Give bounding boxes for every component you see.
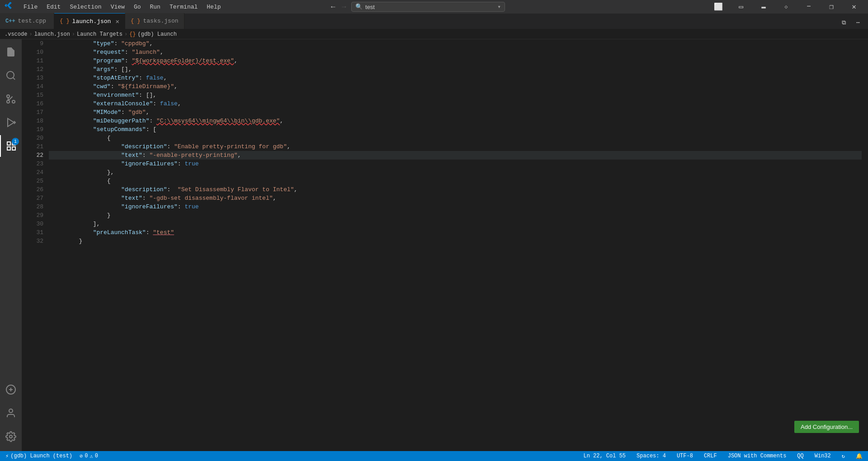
line-number: 21 [22, 142, 43, 151]
remote-status-icon: ⚡ [5, 453, 9, 460]
cursor-position-item[interactable]: Ln 22, Col 55 [581, 451, 627, 461]
svg-point-10 [9, 409, 13, 413]
breadcrumb-brace-icon[interactable]: {} [129, 31, 136, 38]
tab-label: test.cpp [18, 18, 46, 24]
activity-search[interactable] [0, 65, 22, 86]
line-number: 18 [22, 117, 43, 125]
maximize-btn[interactable]: ❐ [821, 0, 842, 14]
tab-launch-json[interactable]: { } launch.json ✕ [54, 13, 125, 29]
menu-view[interactable]: View [107, 3, 128, 11]
search-icon [5, 70, 16, 81]
bell-btn[interactable]: 🔔 [854, 451, 864, 461]
encoding-item[interactable]: UTF-8 [675, 451, 695, 461]
line-number: 25 [22, 177, 43, 185]
tab-tasks-json[interactable]: { } tasks.json [125, 13, 184, 29]
errors-status-item[interactable]: ⊘ 0 ⚠ 0 [78, 451, 100, 461]
menu-file[interactable]: File [20, 3, 41, 11]
search-input[interactable] [365, 4, 478, 10]
nav-back-btn[interactable]: ← [330, 3, 337, 11]
code-line: "description": "Enable pretty-printing f… [49, 142, 862, 151]
global-search-bar[interactable]: 🔍 ▾ [351, 2, 505, 12]
panel-toggle-btn[interactable]: ▬ [753, 0, 774, 14]
code-area[interactable]: "type": "cppdbg", "request": "launch", "… [49, 39, 862, 451]
add-configuration-button[interactable]: Add Configuration... [794, 421, 859, 433]
line-number: 24 [22, 168, 43, 177]
svg-rect-9 [7, 147, 10, 150]
warning-icon: ⚠ [90, 453, 93, 460]
code-line: "ignoreFailures": true [49, 202, 862, 211]
menu-go[interactable]: Go [130, 3, 145, 11]
editor-area: 9101112131415161718192021222324252627282… [22, 39, 868, 451]
spaces-item[interactable]: Spaces: 4 [635, 451, 668, 461]
error-count: 0 [85, 453, 88, 459]
layout-toggle-btn[interactable]: ⬜ [708, 0, 729, 14]
line-ending-item[interactable]: CRLF [702, 451, 719, 461]
breadcrumb-vscode[interactable]: .vscode [5, 31, 27, 38]
code-line: "description": "Set Disassembly Flavor t… [49, 185, 862, 194]
activity-explorer[interactable] [0, 41, 22, 63]
line-number: 27 [22, 194, 43, 202]
tasks-json-icon: { } [131, 18, 141, 24]
debug-branch-label: (gdb) Launch (test) [10, 453, 72, 459]
code-line: "MIMode": "gdb", [49, 108, 862, 117]
menu-run[interactable]: Run [146, 3, 164, 11]
breadcrumb: .vscode › launch.json › Launch Targets ›… [0, 29, 868, 39]
code-line: { [49, 134, 862, 142]
more-tabs-btn[interactable]: ⋯ [852, 16, 864, 29]
language-item[interactable]: JSON with Comments [726, 451, 788, 461]
menu-edit[interactable]: Edit [43, 3, 64, 11]
status-bar: ⚡ (gdb) Launch (test) ⊘ 0 ⚠ 0 Ln 22, Col… [0, 451, 868, 461]
code-line: "stopAtEntry": false, [49, 74, 862, 82]
menu-terminal[interactable]: Terminal [166, 3, 201, 11]
status-bar-left: ⚡ (gdb) Launch (test) ⊘ 0 ⚠ 0 [4, 451, 100, 461]
tab-label-tasks: tasks.json [143, 18, 178, 24]
svg-rect-8 [12, 147, 15, 150]
settings-icon [5, 431, 16, 442]
close-btn[interactable]: ✕ [844, 0, 864, 14]
line-number: 12 [22, 65, 43, 74]
svg-point-4 [7, 100, 9, 103]
activity-source-control[interactable] [0, 88, 22, 110]
split-editor-btn[interactable]: ▭ [731, 0, 751, 14]
status-bar-right: Ln 22, Col 55 Spaces: 4 UTF-8 CRLF JSON … [581, 451, 864, 461]
line-number: 31 [22, 228, 43, 237]
line-number: 26 [22, 185, 43, 194]
activity-run-debug[interactable] [0, 112, 22, 133]
editor-scrollbar[interactable] [862, 39, 868, 451]
platform-item[interactable]: Win32 [813, 451, 833, 461]
feedback-item[interactable]: QQ [795, 451, 805, 461]
editor-content[interactable]: 9101112131415161718192021222324252627282… [22, 39, 868, 451]
nav-forward-btn[interactable]: → [340, 3, 348, 11]
code-line: "text": "-gdb-set disassembly-flavor int… [49, 194, 862, 202]
code-line: "cwd": "${fileDirname}", [49, 82, 862, 91]
activity-extensions[interactable]: 1 [0, 135, 22, 157]
sync-icon: ↻ [842, 453, 845, 460]
activity-bar-bottom [0, 379, 22, 447]
line-ending-label: CRLF [704, 453, 717, 459]
breadcrumb-gdb-launch[interactable]: (gdb) Launch [137, 31, 176, 38]
tab-test-cpp[interactable]: C++ test.cpp [0, 13, 54, 29]
breadcrumb-launch-json[interactable]: launch.json [34, 31, 70, 38]
activity-accounts[interactable] [0, 402, 22, 424]
tab-close-btn[interactable]: ✕ [115, 18, 119, 25]
activity-settings[interactable] [0, 426, 22, 447]
activity-remote[interactable] [0, 379, 22, 400]
minimize-btn[interactable]: − [798, 0, 819, 14]
menu-selection[interactable]: Selection [66, 3, 105, 11]
menu-help[interactable]: Help [203, 3, 224, 11]
debug-status-item[interactable]: ⚡ (gdb) Launch (test) [4, 451, 74, 461]
line-number: 14 [22, 82, 43, 91]
code-line: "args": [], [49, 65, 862, 74]
search-dropdown-icon[interactable]: ▾ [497, 3, 501, 10]
warning-count: 0 [95, 453, 98, 459]
breadcrumb-launch-targets[interactable]: Launch Targets [77, 31, 123, 38]
activity-bar-toggle-btn[interactable]: ⬦ [776, 0, 797, 14]
run-debug-icon [5, 117, 16, 128]
source-control-icon [5, 94, 16, 104]
bell-icon: 🔔 [856, 453, 863, 460]
search-icon: 🔍 [355, 3, 363, 10]
code-line: { [49, 177, 862, 185]
error-icon: ⊘ [80, 453, 83, 460]
sync-btn[interactable]: ↻ [840, 451, 847, 461]
split-editor-right-btn[interactable]: ⧉ [837, 16, 850, 29]
